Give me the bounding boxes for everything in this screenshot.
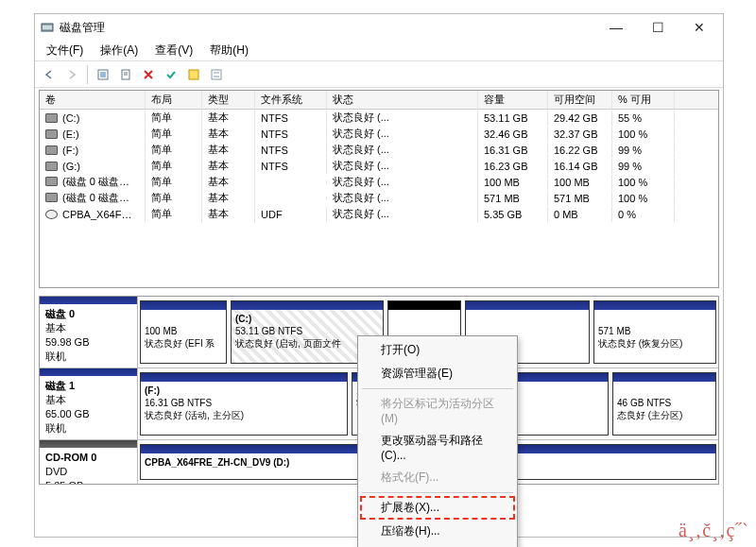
disk-1-title: 磁盘 1 [45, 380, 75, 391]
minimize-button[interactable]: — [598, 16, 634, 39]
back-icon[interactable] [39, 64, 60, 85]
drive-icon [45, 113, 58, 123]
menu-help[interactable]: 帮助(H) [202, 41, 256, 60]
svg-rect-8 [212, 70, 221, 79]
disk0-part-recovery[interactable]: 571 MB 状态良好 (恢复分区) [593, 300, 716, 364]
cdrom-type: DVD [45, 466, 67, 477]
ctx-change-drive-letter[interactable]: 更改驱动器号和路径(C)... [360, 429, 515, 466]
table-row[interactable]: (G:)简单基本NTFS状态良好 (...16.23 GB16.14 GB99 … [40, 158, 718, 174]
disk-0-header[interactable]: 磁盘 0 基本 59.98 GB 联机 [40, 297, 138, 368]
disk-1-size: 65.00 GB [45, 408, 89, 419]
list-icon[interactable] [206, 64, 227, 85]
refresh-icon[interactable] [93, 64, 113, 85]
cdrom-size: 5.35 GB [45, 480, 83, 485]
disk-1-header[interactable]: 磁盘 1 基本 65.00 GB 联机 [40, 368, 138, 439]
svg-rect-1 [43, 26, 52, 29]
col-status[interactable]: 状态 [327, 91, 478, 109]
drive-icon [45, 193, 58, 202]
drive-icon [45, 129, 58, 139]
disk-1-state: 联机 [45, 422, 66, 434]
col-free[interactable]: 可用空间 [548, 91, 612, 109]
col-volume[interactable]: 卷 [40, 91, 146, 109]
table-row[interactable]: CPBA_X64FRE_Z...简单基本UDF状态良好 (...5.35 GB0… [40, 206, 718, 222]
menu-bar: 文件(F) 操作(A) 查看(V) 帮助(H) [35, 41, 723, 61]
drive-icon [45, 162, 58, 171]
disk-0-type: 基本 [45, 322, 66, 333]
ctx-sep [362, 492, 513, 493]
svg-rect-3 [100, 72, 106, 77]
forward-icon[interactable] [61, 64, 82, 85]
menu-file[interactable]: 文件(F) [39, 41, 91, 60]
disk1-part-last[interactable]: 46 GB NTFS 态良好 (主分区) [612, 372, 716, 436]
cdrom-header[interactable]: CD-ROM 0 DVD 5.35 GB [40, 440, 138, 484]
drive-icon [45, 145, 58, 155]
maximize-button[interactable]: ☐ [640, 16, 676, 39]
ctx-shrink-volume[interactable]: 压缩卷(H)... [360, 520, 515, 543]
titlebar: 磁盘管理 — ☐ ✕ [35, 14, 723, 41]
ctx-mark-active: 将分区标记为活动分区(M) [360, 392, 515, 429]
drive-icon [45, 210, 58, 219]
toolbar-divider [87, 65, 88, 84]
col-fs[interactable]: 文件系统 [255, 91, 327, 109]
disk-1-type: 基本 [45, 394, 66, 405]
table-row[interactable]: (E:)简单基本NTFS状态良好 (...32.46 GB32.37 GB100… [40, 126, 718, 142]
check-icon[interactable] [161, 64, 181, 85]
toolbar [35, 61, 723, 88]
table-row[interactable]: (C:)简单基本NTFS状态良好 (...53.11 GB29.42 GB55 … [40, 110, 718, 126]
watermark: ä¸‚č¸‚ç˝‵ [679, 519, 748, 541]
menu-action[interactable]: 操作(A) [93, 41, 146, 60]
disk-0-state: 联机 [45, 350, 66, 362]
col-capacity[interactable]: 容量 [478, 91, 548, 109]
properties-icon[interactable] [115, 64, 136, 85]
app-icon [41, 21, 54, 34]
col-pct[interactable]: % 可用 [612, 91, 675, 109]
cdrom-title: CD-ROM 0 [45, 452, 96, 463]
delete-icon[interactable] [138, 64, 159, 85]
disk1-part-f[interactable]: (F:) 16.31 GB NTFS 状态良好 (活动, 主分区) [140, 372, 348, 436]
ctx-explorer[interactable]: 资源管理器(E) [360, 362, 515, 385]
menu-view[interactable]: 查看(V) [147, 41, 200, 60]
help-icon[interactable] [183, 64, 204, 85]
disk-0-size: 59.98 GB [45, 336, 89, 348]
svg-rect-7 [189, 70, 198, 79]
ctx-open[interactable]: 打开(O) [360, 338, 515, 362]
col-type[interactable]: 类型 [202, 91, 255, 109]
window-title: 磁盘管理 [60, 20, 593, 36]
ctx-sep [362, 388, 513, 389]
ctx-extend-volume[interactable]: 扩展卷(X)... [360, 496, 515, 520]
col-layout[interactable]: 布局 [146, 91, 202, 109]
table-row[interactable]: (磁盘 0 磁盘分区 1)简单基本状态良好 (...100 MB100 MB10… [40, 174, 718, 190]
disk0-part-efi[interactable]: 100 MB 状态良好 (EFI 系 [140, 300, 227, 364]
ctx-format: 格式化(F)... [360, 466, 515, 489]
table-row[interactable]: (磁盘 0 磁盘分区 4)简单基本状态良好 (...571 MB571 MB10… [40, 190, 718, 206]
volume-table[interactable]: 卷 布局 类型 文件系统 状态 容量 可用空间 % 可用 (C:)简单基本NTF… [39, 90, 719, 288]
table-row[interactable]: (F:)简单基本NTFS状态良好 (...16.31 GB16.22 GB99 … [40, 142, 718, 158]
disk-0-title: 磁盘 0 [45, 308, 75, 319]
context-menu: 打开(O) 资源管理器(E) 将分区标记为活动分区(M) 更改驱动器号和路径(C… [357, 335, 518, 547]
close-button[interactable]: ✕ [681, 16, 717, 39]
volume-table-header: 卷 布局 类型 文件系统 状态 容量 可用空间 % 可用 [40, 91, 718, 110]
drive-icon [45, 177, 58, 186]
ctx-add-mirror: 添加镜像(A)... [360, 543, 515, 547]
